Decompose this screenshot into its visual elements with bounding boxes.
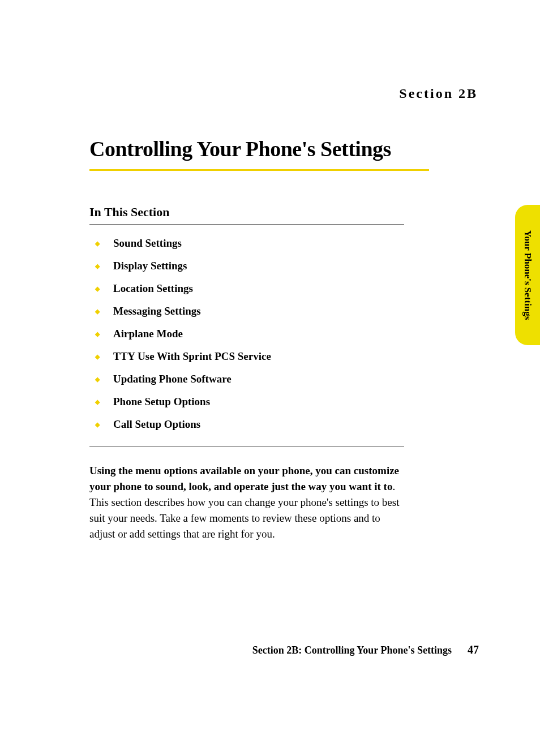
- list-item-label: Updating Phone Software: [113, 373, 232, 385]
- list-item: ◆Phone Setup Options: [89, 396, 483, 408]
- toc-list: ◆Sound Settings ◆Display Settings ◆Locat…: [89, 237, 483, 431]
- diamond-icon: ◆: [95, 353, 100, 360]
- list-item-label: TTY Use With Sprint PCS Service: [113, 350, 271, 363]
- list-item-label: Location Settings: [113, 282, 193, 295]
- list-item-label: Phone Setup Options: [113, 396, 210, 408]
- list-item-label: Display Settings: [113, 260, 187, 272]
- page-number: 47: [468, 643, 479, 656]
- page-footer: Section 2B: Controlling Your Phone's Set…: [252, 643, 479, 656]
- list-item: ◆TTY Use With Sprint PCS Service: [89, 350, 483, 363]
- diamond-icon: ◆: [95, 285, 100, 293]
- list-item-label: Call Setup Options: [113, 418, 200, 431]
- list-item-label: Airplane Mode: [113, 328, 183, 340]
- diamond-icon: ◆: [95, 421, 100, 428]
- side-tab-label: Your Phone's Settings: [522, 230, 533, 320]
- list-item: ◆Call Setup Options: [89, 418, 483, 431]
- side-tab: Your Phone's Settings: [515, 205, 540, 345]
- list-item: ◆Messaging Settings: [89, 305, 483, 317]
- bottom-divider: [89, 446, 404, 447]
- list-item: ◆Location Settings: [89, 282, 483, 295]
- list-item: ◆Display Settings: [89, 260, 483, 272]
- list-item: ◆Sound Settings: [89, 237, 483, 250]
- list-item: ◆Updating Phone Software: [89, 373, 483, 385]
- diamond-icon: ◆: [95, 330, 100, 338]
- main-heading: Controlling Your Phone's Settings: [89, 136, 483, 161]
- body-paragraph: Using the menu options available on your…: [89, 463, 406, 543]
- diamond-icon: ◆: [95, 398, 100, 406]
- list-item: ◆Airplane Mode: [89, 328, 483, 340]
- subheading-underline: [89, 224, 404, 225]
- footer-text: Section 2B: Controlling Your Phone's Set…: [252, 645, 452, 656]
- heading-underline: [89, 169, 429, 171]
- list-item-label: Messaging Settings: [113, 305, 201, 317]
- diamond-icon: ◆: [95, 263, 100, 270]
- body-bold-text: Using the menu options available on your…: [89, 465, 399, 492]
- diamond-icon: ◆: [95, 308, 100, 315]
- diamond-icon: ◆: [95, 240, 100, 247]
- diamond-icon: ◆: [95, 376, 100, 383]
- in-this-section-heading: In This Section: [89, 205, 483, 220]
- list-item-label: Sound Settings: [113, 237, 182, 250]
- section-label: Section 2B: [89, 86, 483, 101]
